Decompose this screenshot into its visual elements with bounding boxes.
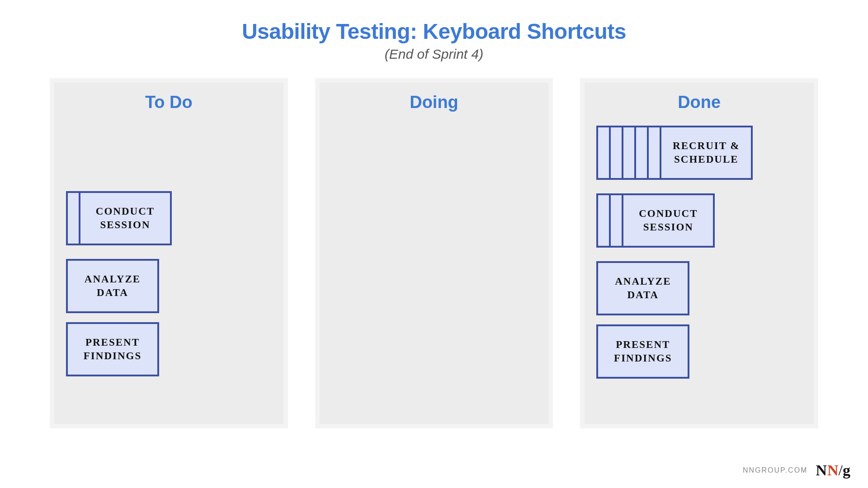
page-title: Usability Testing: Keyboard Shortcuts (0, 19, 868, 44)
card-analyze-data[interactable]: Analyze Data (66, 259, 159, 313)
footer-url: NNGROUP.COM (743, 466, 808, 474)
card-present-findings[interactable]: Present Findings (66, 322, 159, 376)
card-stack-recruit-schedule: Recruit & Schedule (596, 126, 805, 184)
card-present-findings-done[interactable]: Present Findings (596, 324, 689, 379)
nng-logo: N N / g (816, 462, 850, 479)
column-done: Done Recruit & Schedule Conduct Session … (580, 78, 818, 428)
column-title-doing: Doing (329, 93, 540, 112)
column-title-todo: To Do (63, 93, 274, 112)
header: Usability Testing: Keyboard Shortcuts (E… (0, 0, 868, 62)
column-title-done: Done (594, 93, 805, 112)
logo-slash: / (839, 462, 842, 479)
card-stack-conduct-session-todo: Conduct Session (66, 191, 274, 250)
card-conduct-session[interactable]: Conduct Session (622, 193, 715, 248)
card-conduct-session[interactable]: Conduct Session (79, 191, 172, 245)
footer: NNGROUP.COM N N / g (743, 462, 850, 479)
logo-n1: N (816, 462, 826, 479)
column-doing: Doing (315, 78, 553, 428)
page-subtitle: (End of Sprint 4) (0, 47, 868, 62)
logo-g: g (843, 462, 850, 479)
column-todo: To Do Conduct Session Analyze Data Prese… (50, 78, 288, 428)
card-recruit-schedule[interactable]: Recruit & Schedule (660, 126, 753, 180)
card-stack-conduct-session-done: Conduct Session (596, 193, 805, 252)
kanban-board: To Do Conduct Session Analyze Data Prese… (0, 78, 868, 428)
logo-n2: N (827, 462, 838, 479)
card-analyze-data-done[interactable]: Analyze Data (596, 261, 689, 315)
